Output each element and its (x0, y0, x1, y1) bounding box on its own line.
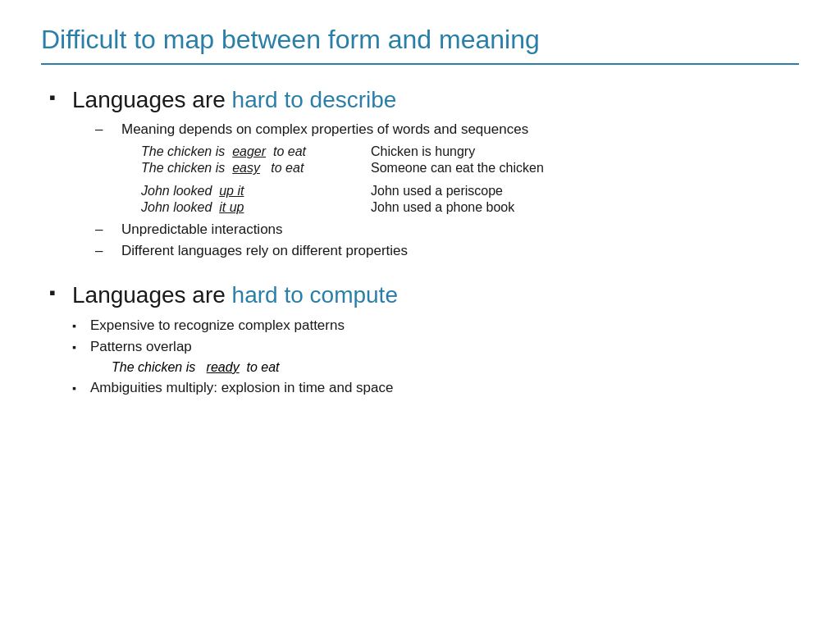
bullet-1-sub: – Meaning depends on complex properties … (95, 121, 544, 259)
example-right-1-1: Chicken is hungry (371, 144, 544, 159)
bullet-1-prefix: Languages are (72, 87, 232, 112)
bullet-2-sub: ▪ Expensive to recognize complex pattern… (72, 317, 398, 396)
bullet-2-sub-1: ▪ Expensive to recognize complex pattern… (72, 317, 398, 334)
dash-item-1: – Meaning depends on complex properties … (95, 121, 544, 138)
dash-text-2: Unpredictable interactions (121, 221, 283, 238)
bullet-2-content: Languages are hard to compute ▪ Expensiv… (72, 281, 398, 400)
bullet-2-marker: ▪ (49, 282, 67, 304)
example-italic: The chicken is ready to eat (112, 360, 398, 375)
bullet-1-highlight: hard to describe (232, 87, 397, 112)
bullet-2-sub-2-marker: ▪ (72, 340, 90, 354)
bullet-1-content: Languages are hard to describe – Meaning… (72, 85, 544, 264)
bullet-2-sub-2: ▪ Patterns overlap (72, 339, 398, 355)
bullet-2-highlight: hard to compute (232, 282, 398, 308)
example-left-1-1: The chicken is eager to eat (141, 144, 371, 159)
examples-table-2: John looked up it John used a periscope … (141, 184, 544, 215)
examples-table-1: The chicken is eager to eat Chicken is h… (141, 144, 544, 176)
bullet-2-sub-3-text: Ambiguities multiply: explosion in time … (90, 380, 393, 396)
example-right-1-2: Someone can eat the chicken (371, 161, 544, 176)
slide-content: ▪ Languages are hard to describe – Meani… (41, 85, 799, 401)
bullet-2: ▪ Languages are hard to compute ▪ Expens… (49, 281, 799, 400)
bullet-2-sub-2-text: Patterns overlap (90, 339, 192, 355)
slide: Difficult to map between form and meanin… (0, 0, 840, 630)
dash-item-2: – Unpredictable interactions (95, 221, 544, 238)
example-right-2-2: John used a phone book (371, 200, 544, 215)
slide-title: Difficult to map between form and meanin… (41, 25, 799, 65)
bullet-1-marker: ▪ (49, 87, 67, 108)
dash-marker-3: – (95, 243, 118, 259)
bullet-2-sub-3: ▪ Ambiguities multiply: explosion in tim… (72, 380, 398, 396)
bullet-2-sub-1-text: Expensive to recognize complex patterns (90, 317, 345, 334)
bullet-1: ▪ Languages are hard to describe – Meani… (49, 85, 799, 264)
example-left-1-2: The chicken is easy to eat (141, 161, 371, 176)
dash-text-3: Different languages rely on different pr… (121, 243, 408, 259)
example-left-2-1: John looked up it (141, 184, 371, 199)
bullet-2-sub-3-marker: ▪ (72, 381, 90, 395)
bullet-2-text: Languages are hard to compute (72, 282, 398, 308)
dash-marker-1: – (95, 121, 118, 138)
bullet-1-text: Languages are hard to describe (72, 87, 396, 112)
example-right-2-1: John used a periscope (371, 184, 544, 199)
example-left-2-2: John looked it up (141, 200, 371, 215)
bullet-2-prefix: Languages are (72, 282, 232, 308)
bullet-2-sub-1-marker: ▪ (72, 319, 90, 332)
dash-text-1: Meaning depends on complex properties of… (121, 121, 528, 138)
dash-item-3: – Different languages rely on different … (95, 243, 544, 259)
dash-marker-2: – (95, 221, 118, 238)
